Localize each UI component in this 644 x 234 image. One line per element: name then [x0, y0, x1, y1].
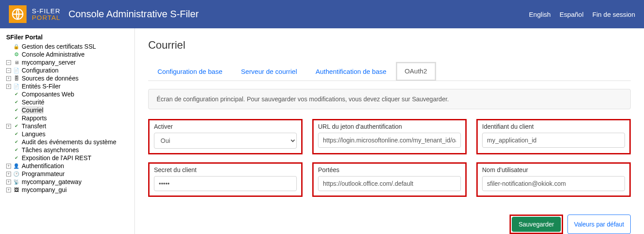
- content-area: Courriel Configuration de base Serveur d…: [135, 28, 644, 234]
- check-icon: [13, 123, 20, 130]
- tree-item[interactable]: Console Administrative: [6, 50, 130, 58]
- tree-toggle-icon[interactable]: +: [6, 164, 11, 169]
- tree-item[interactable]: Exposition de l'API REST: [6, 154, 130, 162]
- brand-line1: S-FILER: [32, 8, 61, 14]
- tree-toggle-icon: [6, 44, 11, 49]
- tree-item-label: mycompany_gui: [22, 186, 67, 194]
- header-right: English Español Fin de session: [529, 11, 635, 18]
- input-client-secret[interactable]: [154, 176, 297, 191]
- gateway-icon: [13, 178, 20, 185]
- tree-toggle-icon[interactable]: −: [6, 60, 11, 65]
- tree-item-label: Langues: [22, 130, 46, 138]
- input-client-id[interactable]: [482, 133, 625, 148]
- save-button[interactable]: Sauvegarder: [512, 217, 560, 232]
- tree-item-label: Sources de données: [22, 74, 78, 82]
- lang-english-link[interactable]: English: [529, 11, 551, 18]
- label-enable: Activer: [154, 123, 297, 130]
- check-icon: [13, 91, 20, 98]
- field-client-secret: Secret du client: [148, 162, 303, 197]
- user-icon: [13, 162, 20, 169]
- tree-item[interactable]: +Programmateur: [6, 170, 130, 178]
- tree-toggle-icon[interactable]: +: [6, 84, 11, 89]
- save-highlight: Sauvegarder: [510, 215, 563, 234]
- tree-toggle-icon: [6, 140, 11, 145]
- check-icon: [13, 138, 20, 146]
- globe-icon: [12, 8, 24, 20]
- gear-icon: [13, 51, 20, 58]
- field-token-url: URL du jeton d'authentification: [312, 119, 467, 154]
- tree-toggle-icon: [6, 92, 11, 97]
- form-actions: Sauvegarder Valeurs par défaut: [148, 215, 631, 234]
- tree-toggle-icon: [6, 156, 11, 161]
- tree-root[interactable]: SFiler Portal: [6, 34, 130, 41]
- tree-toggle-icon[interactable]: −: [6, 68, 11, 73]
- page-title: Courriel: [148, 39, 631, 51]
- tree-item[interactable]: +mycompany_gateway: [6, 178, 130, 186]
- tree-item[interactable]: Courriel: [6, 106, 130, 114]
- tree-item-label: Authentification: [22, 162, 64, 170]
- tree-item-label: Exposition de l'API REST: [22, 154, 92, 162]
- tree-toggle-icon: [6, 108, 11, 113]
- tree-item[interactable]: Audit des événements du système: [6, 138, 130, 146]
- tree-item[interactable]: Composantes Web: [6, 90, 130, 98]
- brand-text: S-FILER PORTAL: [32, 8, 61, 21]
- form-grid: Activer Oui URL du jeton d'authentificat…: [148, 119, 631, 197]
- server-icon: [13, 59, 20, 66]
- tree-item[interactable]: +Sources de données: [6, 74, 130, 82]
- input-scopes[interactable]: [318, 176, 461, 191]
- tree-item-label: Tâches asynchrones: [22, 146, 79, 154]
- tree-item[interactable]: +Authentification: [6, 162, 130, 170]
- tree-item[interactable]: +Transfert: [6, 122, 130, 130]
- tab-oauth2[interactable]: OAuth2: [396, 62, 436, 81]
- tree-item-label: Programmateur: [22, 170, 65, 178]
- tree-item-label: Audit des événements du système: [22, 138, 116, 146]
- tree-toggle-icon: [6, 100, 11, 105]
- tree-toggle-icon[interactable]: +: [6, 76, 11, 81]
- app-title: Console Administrative S-Filer: [69, 8, 199, 20]
- tabs: Configuration de base Serveur de courrie…: [148, 62, 631, 81]
- doc-icon: [13, 67, 20, 74]
- tree-toggle-icon[interactable]: +: [6, 180, 11, 184]
- tree-toggle-icon: [6, 148, 11, 153]
- tree-item[interactable]: +mycompany_gui: [6, 186, 130, 194]
- tree-item-label: Securité: [22, 98, 44, 106]
- defaults-button[interactable]: Valeurs par défaut: [567, 215, 631, 234]
- input-token-url[interactable]: [318, 133, 461, 148]
- field-scopes: Portées: [312, 162, 467, 197]
- tree-item-label: mycompany_server: [22, 58, 76, 66]
- tab-mail-server[interactable]: Serveur de courriel: [232, 62, 307, 81]
- app-logo-icon: [9, 5, 27, 23]
- lang-espanol-link[interactable]: Español: [560, 11, 583, 18]
- tree-item[interactable]: +Entités S-Filer: [6, 82, 130, 90]
- tree-toggle-icon[interactable]: +: [6, 188, 11, 192]
- tree-item[interactable]: −mycompany_server: [6, 58, 130, 66]
- select-enable[interactable]: Oui: [154, 133, 297, 149]
- label-username: Nom d'utilisateur: [482, 166, 625, 173]
- check-icon: [13, 130, 20, 138]
- tree-item-label: Configuration: [22, 66, 58, 74]
- tree-toggle-icon[interactable]: +: [6, 124, 11, 129]
- tab-config-base[interactable]: Configuration de base: [148, 62, 232, 81]
- clock-icon: [13, 170, 20, 177]
- field-client-id: Identifiant du client: [476, 119, 631, 154]
- logout-link[interactable]: Fin de session: [592, 11, 635, 18]
- tree-item[interactable]: Gestion des certificats SSL: [6, 42, 130, 50]
- field-enable: Activer Oui: [148, 119, 303, 154]
- nav-tree: Gestion des certificats SSLConsole Admin…: [6, 42, 130, 194]
- tree-item-label: Courriel: [22, 106, 43, 114]
- tree-item[interactable]: −Configuration: [6, 66, 130, 74]
- tree-toggle-icon: [6, 52, 11, 57]
- db-icon: [13, 75, 20, 82]
- tree-item[interactable]: Langues: [6, 130, 130, 138]
- input-username[interactable]: [482, 176, 625, 191]
- cert-icon: [13, 43, 20, 50]
- tree-item[interactable]: Rapports: [6, 114, 130, 122]
- tree-item[interactable]: Securité: [6, 98, 130, 106]
- tree-item-label: Gestion des certificats SSL: [22, 42, 96, 50]
- tree-toggle-icon: [6, 116, 11, 121]
- tree-item[interactable]: Tâches asynchrones: [6, 146, 130, 154]
- tab-basic-auth[interactable]: Authentification de base: [307, 62, 396, 81]
- brand-line2: PORTAL: [32, 14, 61, 21]
- app-header: S-FILER PORTAL Console Administrative S-…: [0, 0, 644, 28]
- tree-toggle-icon[interactable]: +: [6, 172, 11, 176]
